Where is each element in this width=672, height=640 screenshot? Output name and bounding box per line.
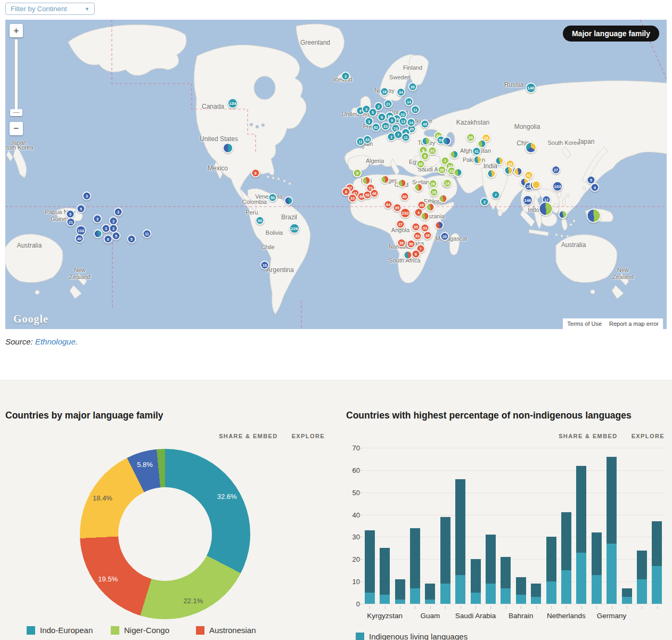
map-marker[interactable]: 5 [127, 235, 136, 244]
map-marker[interactable] [422, 137, 431, 146]
map-marker[interactable]: 232 [400, 208, 411, 218]
google-logo[interactable]: Google [13, 313, 48, 325]
map-marker[interactable] [587, 209, 601, 223]
zoom-slider-track[interactable] [14, 39, 18, 111]
map-marker[interactable]: 46 [370, 189, 379, 198]
map-marker[interactable] [525, 142, 537, 153]
map-marker[interactable]: 3 [93, 215, 102, 224]
map-marker[interactable] [404, 251, 413, 260]
map-marker[interactable]: 20 [416, 160, 425, 169]
terms-of-use-link[interactable]: Terms of Use [567, 321, 602, 327]
map-marker[interactable]: 50 [268, 193, 277, 202]
map-marker[interactable]: 41 [472, 147, 481, 156]
source-link[interactable]: Ethnologue [35, 337, 76, 346]
x-axis-tick [370, 606, 370, 609]
map-marker[interactable]: 40 [75, 234, 84, 243]
world-map[interactable]: GreenlandIcelandFinlandSwedenNorwayUnite… [5, 20, 667, 329]
map-marker[interactable]: 6 [251, 169, 260, 178]
map-marker[interactable] [539, 202, 553, 216]
map-marker[interactable]: 16 [260, 261, 269, 270]
map-marker[interactable]: 7 [394, 130, 403, 140]
map-marker[interactable]: 7 [491, 191, 501, 200]
map-marker[interactable]: 6 [104, 235, 113, 244]
map-marker[interactable]: 16 [380, 87, 389, 96]
map-marker[interactable] [495, 157, 504, 166]
map-marker[interactable]: 2 [374, 102, 383, 111]
map-marker[interactable]: 45 [423, 231, 432, 240]
map-marker[interactable]: 4 [591, 183, 600, 192]
map-marker[interactable]: 134 [227, 98, 238, 109]
map-marker[interactable]: 19 [430, 188, 439, 197]
map-marker[interactable]: 3 [114, 208, 123, 217]
map-marker[interactable] [439, 194, 448, 203]
map-marker[interactable]: 80 [400, 192, 409, 201]
explore-link[interactable]: EXPLORE [292, 433, 325, 439]
map-marker[interactable]: 226 [289, 223, 300, 234]
share-embed-link[interactable]: SHARE & EMBED [219, 433, 278, 439]
map-marker[interactable]: 9 [353, 169, 362, 178]
map-marker[interactable]: 21 [384, 100, 393, 109]
map-marker[interactable]: 14 [407, 118, 416, 127]
map-marker[interactable]: 20 [429, 179, 438, 188]
map-marker[interactable]: 9 [77, 204, 86, 214]
map-marker[interactable] [414, 183, 423, 192]
map-marker[interactable]: 11 [411, 105, 420, 114]
map-marker[interactable]: 27 [552, 166, 561, 175]
map-marker[interactable] [435, 221, 444, 230]
map-marker[interactable]: 94 [256, 216, 265, 225]
map-marker[interactable] [426, 203, 435, 212]
map-marker[interactable]: 21 [67, 218, 76, 227]
map-marker[interactable]: 3 [341, 72, 350, 81]
map-marker[interactable]: 58 [407, 240, 416, 249]
share-embed-link[interactable]: SHARE & EMBED [559, 433, 618, 439]
map-marker[interactable]: 9 [388, 116, 397, 125]
map-marker[interactable] [514, 167, 523, 176]
map-marker[interactable]: 22 [428, 146, 437, 155]
map-marker[interactable]: 34 [397, 88, 406, 97]
map-marker[interactable] [284, 196, 293, 206]
map-marker[interactable] [223, 143, 233, 153]
map-marker[interactable]: 14 [443, 179, 452, 188]
map-marker[interactable]: 53 [413, 232, 422, 241]
map-marker[interactable]: 9 [378, 113, 387, 122]
map-marker[interactable] [487, 169, 496, 178]
map-marker[interactable] [381, 175, 390, 184]
map-marker[interactable] [559, 210, 568, 219]
map-marker[interactable]: 45 [421, 120, 430, 129]
map-marker[interactable] [473, 155, 482, 165]
map-marker[interactable]: 140 [526, 83, 536, 93]
map-marker[interactable]: 37 [396, 220, 405, 229]
map-marker[interactable] [442, 137, 452, 146]
report-map-error-link[interactable]: Report a map error [609, 321, 659, 327]
map-marker[interactable] [450, 150, 459, 159]
map-marker[interactable]: 45 [417, 201, 427, 210]
map-marker[interactable]: 33 [348, 194, 357, 203]
map-marker[interactable]: 6 [412, 250, 421, 259]
map-marker[interactable]: 20 [438, 166, 447, 175]
zoom-in-button[interactable]: + [10, 24, 23, 37]
map-marker[interactable] [94, 229, 103, 239]
map-marker[interactable]: 36 [397, 239, 406, 248]
map-marker[interactable]: 64 [384, 200, 393, 209]
map-marker[interactable]: 33 [363, 135, 372, 144]
map-marker[interactable]: 146 [522, 195, 533, 206]
zoom-out-button[interactable]: − [10, 122, 23, 135]
map-marker[interactable]: 20 [440, 232, 449, 241]
map-marker[interactable]: 62 [372, 123, 381, 132]
continent-filter-dropdown[interactable]: Filter by Continent ▼ [5, 3, 95, 15]
explore-link[interactable]: EXPLORE [632, 433, 665, 439]
map-marker[interactable]: 39 [466, 133, 476, 142]
map-marker[interactable]: 11 [143, 229, 152, 239]
map-marker[interactable]: 35 [412, 223, 421, 232]
zoom-slider-handle[interactable] [10, 109, 22, 116]
map-marker[interactable]: 3 [83, 192, 92, 201]
map-marker[interactable] [532, 180, 541, 190]
map-marker[interactable] [421, 212, 430, 221]
map-marker[interactable]: 30 [408, 83, 417, 92]
map-marker[interactable]: 14 [405, 97, 414, 106]
map-marker[interactable] [398, 179, 407, 188]
map-marker[interactable]: 2 [480, 198, 489, 207]
map-marker[interactable]: 5 [112, 232, 121, 241]
map-marker[interactable] [454, 168, 463, 177]
map-marker[interactable]: 103 [552, 181, 563, 192]
